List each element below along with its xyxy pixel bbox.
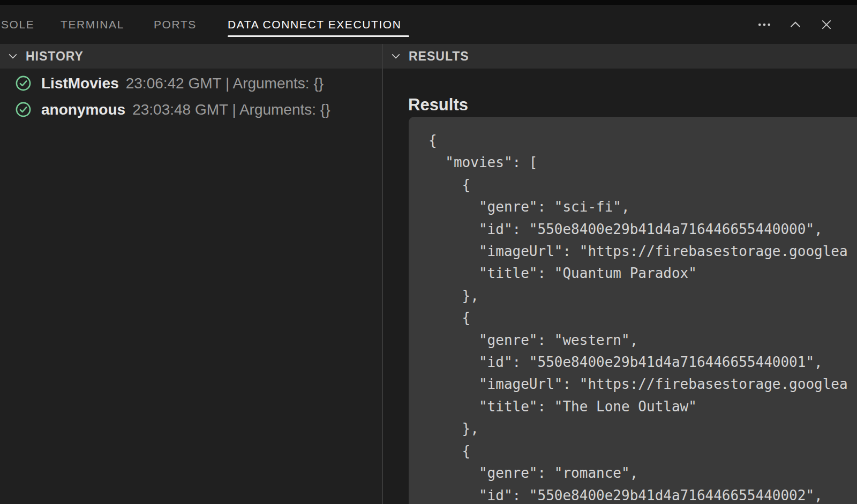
success-icon	[15, 101, 32, 118]
code-line: {	[428, 307, 857, 329]
results-section-header[interactable]: RESULTS	[383, 44, 857, 69]
history-entry-name: ListMovies	[41, 75, 119, 92]
results-title: RESULTS	[409, 49, 469, 64]
history-row-listmovies[interactable]: ListMovies 23:06:42 GMT | Arguments: {}	[0, 70, 382, 96]
code-line: "imageUrl": "https://firebasestorage.goo…	[428, 240, 857, 262]
code-line: },	[428, 418, 857, 440]
results-heading: Results	[408, 95, 468, 115]
panel-resize-sash[interactable]	[382, 44, 383, 504]
tab-terminal[interactable]: TERMINAL	[61, 5, 124, 44]
code-line: "imageUrl": "https://firebasestorage.goo…	[428, 373, 857, 395]
code-line: },	[428, 285, 857, 307]
history-entry-name: anonymous	[41, 101, 125, 118]
code-line: "id": "550e8400e29b41d4a716446655440001"…	[428, 351, 857, 373]
results-panel: Results { "movies": [ { "genre": "sci-fi…	[383, 69, 857, 504]
tab-data-connect-execution[interactable]: DATA CONNECT EXECUTION	[228, 5, 402, 44]
maximize-panel-icon[interactable]	[788, 17, 803, 32]
close-panel-icon[interactable]	[819, 17, 834, 32]
chevron-down-icon[interactable]	[7, 50, 19, 62]
code-line: "genre": "romance",	[428, 462, 857, 484]
section-header-row: HISTORY RESULTS	[0, 44, 857, 69]
code-line: "genre": "sci-fi",	[428, 196, 857, 218]
tab-console-partial[interactable]: SOLE	[1, 5, 34, 44]
history-title: HISTORY	[26, 49, 84, 64]
code-line: {	[428, 440, 857, 462]
history-section-header[interactable]: HISTORY	[0, 44, 382, 69]
code-line: "id": "550e8400e29b41d4a716446655440002"…	[428, 485, 857, 504]
more-actions-icon[interactable]	[757, 17, 772, 32]
code-line: "title": "The Lone Outlaw"	[428, 396, 857, 418]
tab-ports[interactable]: PORTS	[154, 5, 197, 44]
history-list: ListMovies 23:06:42 GMT | Arguments: {} …	[0, 69, 382, 504]
chevron-down-icon[interactable]	[390, 50, 402, 62]
code-line: "genre": "western",	[428, 329, 857, 351]
history-entry-meta: 23:06:42 GMT | Arguments: {}	[126, 75, 324, 92]
code-line: "id": "550e8400e29b41d4a716446655440000"…	[428, 219, 857, 240]
code-line: {	[428, 130, 857, 152]
history-row-anonymous[interactable]: anonymous 23:03:48 GMT | Arguments: {}	[0, 96, 382, 123]
code-line: "movies": [	[428, 152, 857, 174]
panel-tab-bar: SOLE TERMINAL PORTS DATA CONNECT EXECUTI…	[0, 5, 857, 44]
code-line: {	[428, 174, 857, 196]
results-code-block[interactable]: { "movies": [ { "genre": "sci-fi", "id":…	[409, 117, 857, 504]
panel-action-buttons	[757, 5, 834, 44]
editor-edge-strip	[0, 0, 857, 5]
history-entry-meta: 23:03:48 GMT | Arguments: {}	[132, 101, 330, 118]
code-line: "title": "Quantum Paradox"	[428, 262, 857, 284]
success-icon	[15, 75, 32, 92]
